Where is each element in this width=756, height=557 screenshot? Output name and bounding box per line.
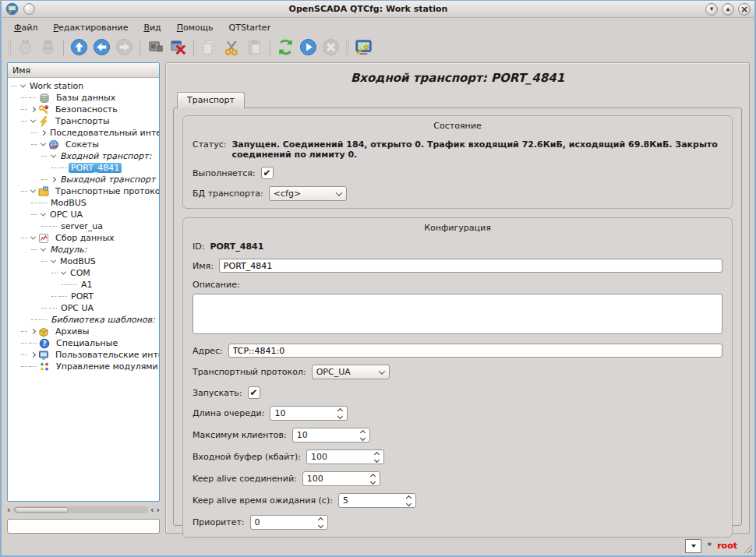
resize-grip[interactable] xyxy=(742,543,752,553)
tree-item-библиотека-шаблонов-[interactable]: Библиотека шаблонов: xyxy=(11,314,159,326)
tree-item-выходной-транспорт[interactable]: Выходной транспорт xyxy=(11,174,159,185)
menu-view[interactable]: Вид xyxy=(137,20,167,35)
transport-db-select[interactable]: <cfg> xyxy=(269,186,347,201)
expander-open-icon[interactable] xyxy=(29,119,37,123)
tree-item-a1[interactable]: A1 xyxy=(11,279,159,291)
expander-open-icon[interactable] xyxy=(39,248,48,252)
maximize-button[interactable] xyxy=(722,3,734,16)
copy-button[interactable] xyxy=(198,38,221,59)
tree-item-последовательный-интер[interactable]: Последовательный интер xyxy=(11,127,159,139)
add-item-button[interactable] xyxy=(144,38,167,59)
tree-item-modbus[interactable]: ModBUS xyxy=(11,256,159,267)
minimize-button[interactable] xyxy=(705,3,718,16)
expander-open-icon[interactable] xyxy=(49,259,58,263)
statusbar-dropdown[interactable] xyxy=(685,539,701,553)
delete-item-button[interactable] xyxy=(167,38,189,59)
expander-open-icon[interactable] xyxy=(59,271,68,275)
expander-closed-icon[interactable] xyxy=(29,108,37,111)
up-button[interactable] xyxy=(68,38,90,59)
tree-item-server_ua[interactable]: server_ua xyxy=(11,220,159,232)
queue-length-spinbox[interactable]: 10 xyxy=(270,406,348,421)
tree-item-modbus[interactable]: ModBUS xyxy=(11,197,159,209)
keepalive-count-spinbox[interactable]: 100 xyxy=(302,471,380,486)
back-button[interactable] xyxy=(90,38,113,59)
tree-item-архивы[interactable]: Архивы xyxy=(11,326,159,337)
spin-arrows-icon[interactable] xyxy=(407,496,411,506)
toolbar-drag-handle[interactable] xyxy=(345,40,349,57)
tree-item-модуль-[interactable]: Модуль: xyxy=(11,244,159,256)
tab-transport[interactable]: Транспорт xyxy=(177,92,245,108)
tree-item-port_4841[interactable]: PORT_4841 xyxy=(11,162,159,174)
load-button[interactable] xyxy=(14,38,37,59)
paste-button[interactable] xyxy=(243,38,266,59)
tree-item-сбор-данных[interactable]: Сбор данных xyxy=(11,232,159,244)
tree-item-work-station[interactable]: Work station xyxy=(11,80,159,92)
spin-arrows-icon[interactable] xyxy=(371,474,375,484)
protocol-select[interactable]: OPC_UA xyxy=(312,365,390,379)
tree-item-транспорты[interactable]: Транспорты xyxy=(11,115,159,127)
hscroll-thumb[interactable] xyxy=(15,507,69,513)
tree-item-label: OPC UA xyxy=(48,210,85,220)
tree-item-label: Специальные xyxy=(54,338,120,348)
tree-item-com[interactable]: COM xyxy=(11,267,159,279)
keepalive-timeout-spinbox[interactable]: 5 xyxy=(338,493,416,508)
name-input[interactable] xyxy=(219,259,722,273)
refresh-button[interactable] xyxy=(274,38,297,59)
expander-open-icon[interactable] xyxy=(49,154,58,158)
running-checkbox[interactable] xyxy=(261,167,274,179)
max-clients-spinbox[interactable]: 10 xyxy=(292,428,370,442)
tree-item-label: server_ua xyxy=(58,221,105,231)
tree-item-opc-ua[interactable]: OPC UA xyxy=(11,302,159,314)
qtstarter-button[interactable] xyxy=(352,38,375,59)
expander-closed-icon[interactable] xyxy=(29,353,37,357)
splitter[interactable] xyxy=(160,62,165,534)
spin-arrows-icon[interactable] xyxy=(361,431,365,440)
tree-item-управление-модулями[interactable]: Управление модулями xyxy=(11,361,159,372)
menu-qtstarter[interactable]: QTStarter xyxy=(223,20,277,35)
address-input[interactable] xyxy=(228,344,722,358)
tree-item-opc-ua[interactable]: OPC UA xyxy=(11,209,159,220)
expander-closed-icon[interactable] xyxy=(49,178,58,182)
pin-button[interactable] xyxy=(23,3,35,15)
menu-help[interactable]: Помощь xyxy=(171,20,220,35)
expander-open-icon[interactable] xyxy=(19,84,27,88)
tree-hscrollbar[interactable]: ‹ ‹ › xyxy=(7,505,160,515)
hscroll-track[interactable] xyxy=(13,506,148,513)
description-textarea[interactable] xyxy=(193,294,722,334)
stop-button[interactable] xyxy=(320,38,342,59)
scroll-left-icon[interactable]: ‹ xyxy=(7,506,11,514)
tree-item-входной-транспорт-[interactable]: Входной транспорт: xyxy=(11,150,159,162)
cut-button[interactable] xyxy=(221,38,243,59)
spin-arrows-icon[interactable] xyxy=(375,453,379,462)
input-buffer-spinbox[interactable]: 100 xyxy=(306,449,384,464)
start-button[interactable] xyxy=(297,38,320,59)
forward-button[interactable] xyxy=(113,38,136,59)
spin-arrows-icon[interactable] xyxy=(319,518,323,527)
expander-open-icon[interactable] xyxy=(39,213,48,217)
save-button[interactable] xyxy=(37,38,59,59)
expander-open-icon[interactable] xyxy=(29,189,37,193)
tree-item-безопасность[interactable]: Безопасность xyxy=(11,104,159,115)
tree-branch-line xyxy=(21,343,27,344)
scroll-left2-icon[interactable]: ‹ xyxy=(150,506,154,514)
tree-item-базы-данных[interactable]: Базы данных xyxy=(11,92,159,104)
tree-item-транспортные-протоколь[interactable]: Транспортные протоколь xyxy=(11,185,159,197)
expander-closed-icon[interactable] xyxy=(39,131,48,135)
tree-item-пользовательские-интер[interactable]: Пользовательские интер xyxy=(11,349,159,361)
tree-item-сокеты[interactable]: Сокеты xyxy=(11,139,159,150)
spin-arrows-icon[interactable] xyxy=(338,409,342,418)
tree-item-специальные[interactable]: ?Специальные xyxy=(11,337,159,349)
menu-edit[interactable]: Редактирование xyxy=(47,20,134,35)
tree-filter-input[interactable] xyxy=(7,519,160,534)
priority-spinbox[interactable]: 0 xyxy=(250,515,328,530)
tree-column-header[interactable]: Имя xyxy=(8,63,159,78)
expander-closed-icon[interactable] xyxy=(29,330,37,333)
run-checkbox[interactable] xyxy=(248,386,260,399)
menu-file[interactable]: Файл xyxy=(8,20,44,35)
expander-open-icon[interactable] xyxy=(39,143,48,146)
toolbar-drag-handle[interactable] xyxy=(7,40,11,57)
expander-open-icon[interactable] xyxy=(29,236,37,240)
tree-branch-line xyxy=(59,296,67,297)
tree-item-port[interactable]: PORT xyxy=(11,291,159,302)
close-button[interactable] xyxy=(738,3,751,16)
